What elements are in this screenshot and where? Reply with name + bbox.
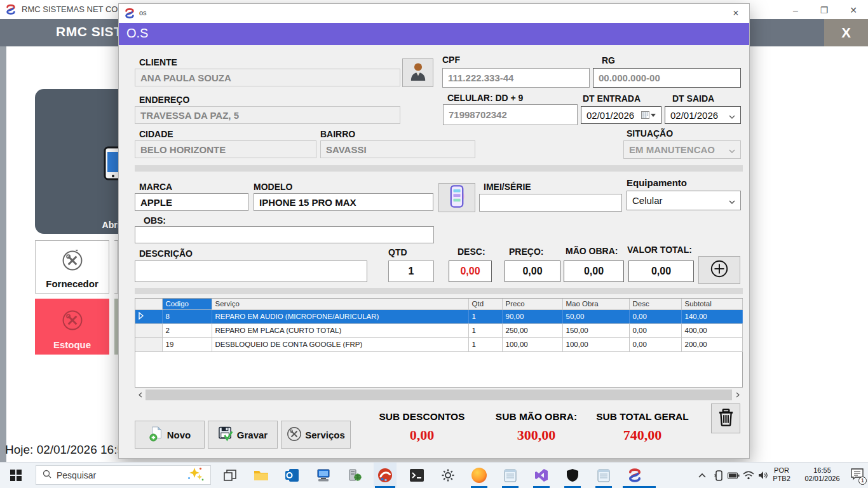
qtd-input[interactable] — [388, 261, 434, 282]
valor-total-input[interactable] — [628, 261, 694, 282]
servicos-button[interactable]: Serviços — [281, 421, 351, 449]
equipamento-label: Equipamento — [627, 177, 687, 188]
marca-input[interactable] — [135, 193, 248, 211]
close-button[interactable]: ✕ — [844, 3, 863, 18]
row-selector-header — [135, 299, 162, 309]
obs-label: OBS: — [144, 215, 166, 226]
maximize-button[interactable]: ❐ — [815, 3, 834, 18]
dt-saida-picker[interactable]: 02/01/2026 — [665, 106, 741, 124]
fornecedor-card[interactable]: Fornecedor — [35, 240, 109, 294]
col-servico[interactable]: Serviço — [212, 299, 468, 309]
novo-button[interactable]: Novo — [135, 421, 205, 449]
language-indicator[interactable]: POR PTB2 — [770, 466, 793, 483]
delete-button[interactable] — [711, 403, 740, 433]
search-icon — [43, 470, 51, 480]
col-mao-obra[interactable]: Mao Obra — [562, 299, 629, 309]
scroll-right-icon[interactable] — [732, 390, 743, 400]
table-row[interactable]: 2 REPARO EM PLACA (CURTO TOTAL) 1 250,00… — [135, 323, 742, 337]
dialog-header-title: O.S — [126, 26, 148, 41]
grid-horizontal-scrollbar[interactable] — [135, 390, 743, 400]
network-server-icon[interactable] — [346, 467, 363, 484]
mao-obra-input[interactable] — [564, 261, 624, 282]
rg-input[interactable] — [593, 68, 741, 88]
dialog-close-button[interactable]: × — [728, 6, 744, 21]
col-preco[interactable]: Preco — [502, 299, 562, 309]
app-exit-button[interactable]: X — [824, 19, 868, 46]
endereco-input[interactable] — [135, 106, 400, 124]
firefox-icon[interactable] — [471, 467, 487, 484]
dialog-title: os — [139, 9, 147, 17]
task-view-button[interactable] — [222, 467, 238, 484]
rmc-tool-app-icon[interactable] — [377, 467, 393, 484]
clock-date: 02/01/2026 — [796, 475, 849, 483]
add-service-button[interactable] — [698, 256, 740, 284]
notepad-icon[interactable] — [595, 467, 612, 484]
row-indicator-cell — [135, 323, 162, 337]
settings-gear-icon[interactable] — [440, 467, 456, 484]
bairro-input[interactable] — [320, 140, 475, 158]
minimize-button[interactable]: – — [786, 3, 805, 18]
col-desc[interactable]: Desc — [629, 299, 681, 309]
defender-shield-icon[interactable] — [564, 467, 581, 484]
preco-input[interactable] — [505, 261, 560, 282]
cidade-input[interactable] — [135, 140, 316, 158]
abrir-os-card[interactable]: Abrir — [35, 89, 127, 234]
tools-icon — [287, 426, 302, 444]
chevron-down-icon — [729, 144, 735, 155]
outlook-icon[interactable] — [284, 467, 301, 484]
notification-center-icon[interactable]: 1 — [849, 467, 865, 484]
scroll-left-icon[interactable] — [135, 390, 146, 400]
select-device-button[interactable] — [438, 183, 475, 212]
modelo-label: MODELO — [254, 182, 292, 192]
obs-input[interactable] — [135, 226, 434, 243]
rmc-logo-icon — [5, 4, 17, 18]
celular-input[interactable] — [443, 104, 578, 125]
servicos-button-label: Serviços — [305, 430, 345, 440]
services-grid[interactable]: Codigo Serviço Qtd Preco Mao Obra Desc S… — [135, 298, 743, 388]
modelo-input[interactable] — [254, 193, 433, 211]
start-button[interactable] — [8, 467, 24, 484]
notepad-icon[interactable] — [502, 467, 519, 484]
imei-input[interactable] — [479, 194, 622, 212]
tray-chevron-up-icon[interactable] — [694, 467, 710, 484]
cell-servico: REPARO EM AUDIO (MICROFONE/AURICULAR) — [212, 309, 468, 323]
grid-header-row: Codigo Serviço Qtd Preco Mao Obra Desc S… — [135, 299, 742, 309]
select-client-button[interactable] — [402, 58, 433, 87]
language-line1: POR — [770, 466, 793, 475]
scrollbar-thumb[interactable] — [146, 390, 732, 400]
terminal-icon[interactable] — [409, 467, 425, 484]
status-date-text: Hoje: 02/01/2026 16:5 — [5, 443, 124, 457]
descricao-input[interactable] — [135, 261, 367, 282]
estoque-card[interactable]: Estoque — [35, 299, 109, 355]
qtd-label: QTD — [388, 247, 407, 257]
cliente-input[interactable] — [135, 69, 400, 86]
clock[interactable]: 16:55 02/01/2026 — [796, 466, 849, 483]
situacao-select[interactable]: EM MANUTENCAO — [623, 140, 741, 159]
rmc-app-icon[interactable] — [627, 467, 643, 484]
file-explorer-icon[interactable] — [253, 467, 269, 484]
dt-entrada-picker[interactable]: 02/01/2026 — [581, 106, 661, 124]
col-codigo[interactable]: Codigo — [162, 299, 212, 309]
desc-input[interactable] — [449, 261, 492, 282]
table-row[interactable]: 19 DESBLOQUEIO DE CONTA GOOGLE (FRP) 1 1… — [135, 337, 742, 351]
equipamento-select[interactable]: Celular — [627, 191, 741, 210]
visual-studio-icon[interactable] — [533, 467, 550, 484]
search-input[interactable]: Pesquisar — [36, 465, 211, 485]
battery-icon[interactable] — [725, 467, 742, 484]
row-indicator-cell — [135, 309, 162, 323]
desktop: RMC SISTEMAS NET CONTATO – ❐ ✕ RMC SISTE… — [0, 0, 868, 488]
speaker-icon[interactable] — [755, 467, 771, 484]
col-subtotal[interactable]: Subtotal — [681, 299, 742, 309]
chevron-down-icon — [729, 195, 735, 206]
cpf-input[interactable] — [442, 68, 590, 88]
table-row[interactable]: 8 REPARO EM AUDIO (MICROFONE/AURICULAR) … — [135, 309, 742, 323]
os-dialog: os × O.S CLIENTE CPF RG ENDEREÇO CELULAR… — [118, 3, 750, 459]
dialog-titlebar: os × — [119, 4, 749, 23]
row-indicator-cell — [135, 337, 162, 351]
col-qtd[interactable]: Qtd — [468, 299, 502, 309]
trash-icon — [717, 408, 735, 430]
preco-label: PREÇO: — [509, 247, 543, 257]
dt-saida-value: 02/01/2026 — [670, 110, 718, 121]
computer-icon[interactable] — [315, 467, 332, 484]
gravar-button[interactable]: Gravar — [208, 421, 278, 449]
